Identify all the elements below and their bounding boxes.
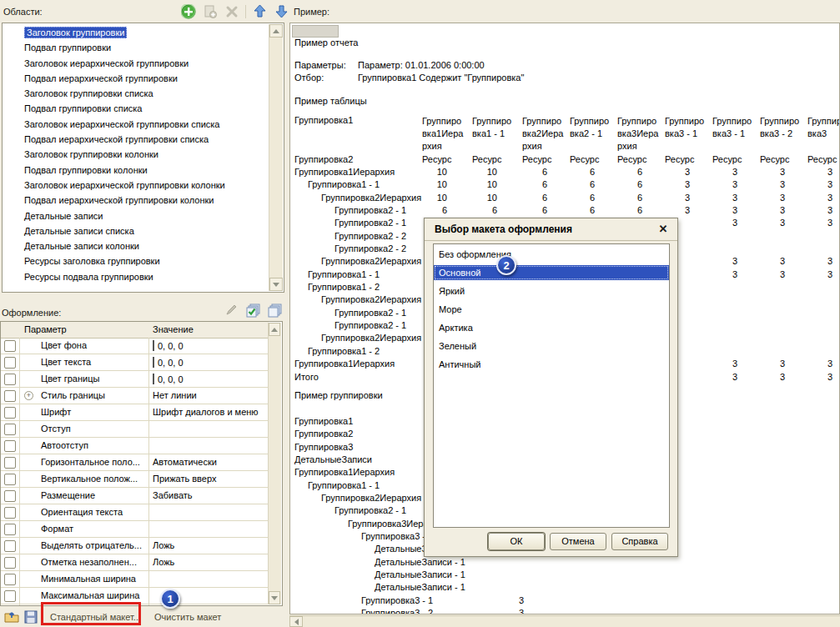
cell-value: 6 bbox=[617, 178, 642, 191]
layout-option[interactable]: Зеленый bbox=[434, 339, 669, 357]
parameter-checkbox[interactable] bbox=[4, 557, 16, 569]
dialog-titlebar[interactable]: Выбор макета оформления ✕ bbox=[425, 218, 677, 241]
table-row[interactable]: Цвет фона0, 0, 0 bbox=[1, 338, 269, 354]
parameter-checkbox[interactable] bbox=[4, 424, 16, 435]
add-icon[interactable] bbox=[180, 3, 196, 19]
layout-option-label: Античный bbox=[439, 357, 669, 372]
parameter-checkbox[interactable] bbox=[4, 457, 16, 469]
edit-icon[interactable] bbox=[224, 302, 239, 318]
parameter-checkbox[interactable] bbox=[4, 590, 16, 602]
list-item[interactable]: Подвал иерархической группировки bbox=[3, 71, 269, 86]
parameter-checkbox[interactable] bbox=[4, 440, 16, 452]
delete-icon[interactable] bbox=[224, 3, 239, 19]
parameter-checkbox[interactable] bbox=[4, 507, 16, 519]
parameter-value[interactable]: 0, 0, 0 bbox=[153, 357, 178, 368]
table-row[interactable]: Цвет границы0, 0, 0 bbox=[1, 371, 269, 388]
formatting-scrollbar[interactable] bbox=[268, 323, 281, 604]
scroll-down-icon[interactable] bbox=[269, 591, 280, 604]
table-row[interactable]: Вертикальное полож...Прижать вверх bbox=[1, 471, 269, 488]
parameter-value[interactable]: Ложь bbox=[153, 540, 178, 550]
scroll-left-icon[interactable] bbox=[289, 616, 303, 627]
table-row[interactable]: +Стиль границыНет линии bbox=[1, 388, 269, 404]
scroll-up-icon[interactable] bbox=[269, 323, 280, 336]
parameter-value[interactable]: 0, 0, 0 bbox=[153, 374, 178, 384]
clear-layout-button[interactable]: Очистить макет bbox=[154, 612, 221, 622]
list-item[interactable]: Ресурсы подвала группировки bbox=[3, 269, 269, 284]
open-layout-icon[interactable] bbox=[3, 609, 19, 624]
table-subheader-resource: Ресурс bbox=[665, 154, 694, 164]
layout-option[interactable]: Без оформления bbox=[434, 247, 669, 265]
close-icon[interactable]: ✕ bbox=[656, 222, 671, 237]
parameter-checkbox[interactable] bbox=[4, 574, 16, 585]
parameter-checkbox[interactable] bbox=[4, 474, 16, 485]
color-swatch bbox=[153, 340, 154, 351]
table-row[interactable]: Цвет текста0, 0, 0 bbox=[1, 354, 269, 371]
parameter-name: Формат bbox=[41, 524, 73, 534]
table-row[interactable]: Горизонтальное поло...Автоматически bbox=[1, 454, 269, 471]
scroll-up-icon[interactable] bbox=[269, 24, 283, 38]
layout-option[interactable]: Арктика bbox=[434, 320, 669, 339]
list-item[interactable]: Подвал иерархической группировки списка bbox=[3, 132, 269, 147]
step1-highlight-box bbox=[41, 602, 141, 625]
copy-add-icon[interactable] bbox=[202, 3, 218, 19]
check-all-icon[interactable] bbox=[245, 302, 261, 318]
parameter-value[interactable]: Автоматически bbox=[153, 457, 178, 467]
list-item[interactable]: Детальные записи списка bbox=[3, 223, 269, 238]
table-row[interactable]: Автоотступ bbox=[1, 438, 269, 454]
preview-horizontal-scrollbar[interactable] bbox=[289, 615, 840, 627]
ok-button[interactable]: ОК bbox=[488, 533, 545, 550]
parameter-value[interactable]: Нет линии bbox=[153, 390, 178, 400]
parameter-value[interactable]: Шрифт диалогов и меню bbox=[153, 407, 178, 417]
list-item[interactable]: Подвал группировки bbox=[3, 40, 269, 55]
table-row[interactable]: Минимальная ширина bbox=[1, 571, 269, 588]
parameter-checkbox[interactable] bbox=[4, 340, 16, 352]
table-row[interactable]: Выделять отрицатель...Ложь bbox=[1, 538, 269, 554]
scroll-down-icon[interactable] bbox=[269, 278, 283, 291]
table-row[interactable]: Ориентация текста bbox=[1, 504, 269, 521]
layout-option[interactable]: Море bbox=[434, 302, 669, 320]
expand-icon[interactable]: + bbox=[24, 391, 33, 400]
layout-option[interactable]: Яркий bbox=[434, 283, 669, 302]
list-item[interactable]: Заголовок группировки bbox=[3, 25, 269, 40]
list-item-label: Детальные записи списка bbox=[24, 226, 134, 236]
uncheck-all-icon[interactable] bbox=[267, 302, 283, 318]
list-item[interactable]: Заголовок группировки списка bbox=[3, 86, 269, 101]
list-item[interactable]: Заголовок иерархической группировки спис… bbox=[3, 117, 269, 132]
list-item[interactable]: Подвал группировки списка bbox=[3, 101, 269, 116]
list-item[interactable]: Заголовок группировки колонки bbox=[3, 147, 269, 162]
parameter-checkbox[interactable] bbox=[4, 490, 16, 502]
parameter-value[interactable]: Забивать bbox=[153, 490, 178, 500]
layout-option[interactable]: Античный bbox=[434, 357, 669, 375]
cancel-button[interactable]: Отмена bbox=[550, 533, 606, 550]
parameter-name: Отметка незаполнен... bbox=[41, 557, 137, 567]
parameter-checkbox[interactable] bbox=[4, 374, 16, 385]
parameter-checkbox[interactable] bbox=[4, 390, 16, 402]
layout-option[interactable]: Основной bbox=[434, 265, 669, 283]
help-button[interactable]: Справка bbox=[611, 533, 668, 550]
table-row[interactable]: Отступ bbox=[1, 421, 269, 438]
list-item[interactable]: Заголовок иерархической группировки коло… bbox=[3, 178, 269, 193]
table-row[interactable]: Формат bbox=[1, 521, 269, 538]
list-item[interactable]: Детальные записи колонки bbox=[3, 238, 269, 253]
parameter-value[interactable]: Прижать вверх bbox=[153, 474, 178, 484]
list-item[interactable]: Ресурсы заголовка группировки bbox=[3, 253, 269, 268]
parameter-checkbox[interactable] bbox=[4, 540, 16, 552]
table-row[interactable]: Отметка незаполнен...Ложь bbox=[1, 554, 269, 571]
table-row[interactable]: ШрифтШрифт диалогов и меню bbox=[1, 404, 269, 421]
parameter-checkbox[interactable] bbox=[4, 407, 16, 419]
table-row: Группировка2Иерархия10106663333 bbox=[290, 192, 839, 204]
save-layout-icon[interactable] bbox=[23, 609, 38, 624]
parameter-value[interactable]: 0, 0, 0 bbox=[153, 340, 178, 351]
move-up-icon[interactable] bbox=[252, 3, 268, 19]
parameter-checkbox[interactable] bbox=[4, 357, 16, 369]
list-item[interactable]: Заголовок иерархической группировки bbox=[3, 56, 269, 71]
list-item[interactable]: Подвал иерархической группировки колонки bbox=[3, 193, 269, 208]
move-down-icon[interactable] bbox=[274, 3, 289, 19]
parameter-checkbox[interactable] bbox=[4, 524, 16, 535]
cell-value: 3 bbox=[499, 594, 524, 607]
parameter-value[interactable]: Ложь bbox=[153, 557, 178, 567]
table-row[interactable]: РазмещениеЗабивать bbox=[1, 488, 269, 504]
list-item[interactable]: Подвал группировки колонки bbox=[3, 163, 269, 178]
list-item[interactable]: Детальные записи bbox=[3, 208, 269, 223]
areas-scrollbar[interactable] bbox=[269, 24, 283, 291]
